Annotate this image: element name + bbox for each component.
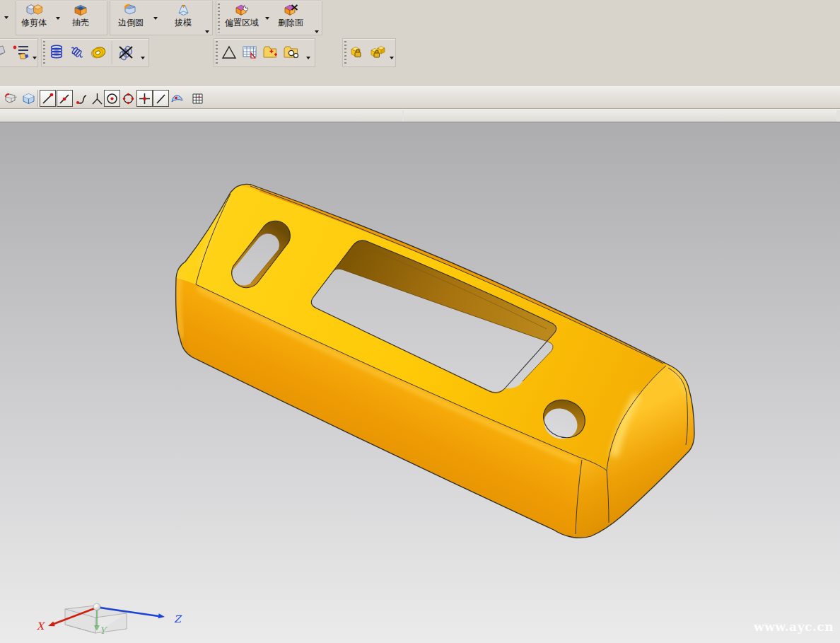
model-canvas: Y X Z bbox=[0, 122, 840, 643]
lock-boxes-button[interactable] bbox=[369, 44, 387, 61]
springs-dropdown[interactable] bbox=[141, 57, 145, 59]
draft-icon bbox=[175, 2, 192, 17]
clipped-tool-button[interactable] bbox=[0, 44, 10, 61]
selection-list-button[interactable] bbox=[12, 44, 30, 61]
table-tool-button[interactable] bbox=[241, 44, 258, 61]
shell-button[interactable]: 抽壳 bbox=[65, 2, 96, 28]
point-on-curve-snap-button[interactable] bbox=[153, 90, 169, 107]
trim-body-button[interactable]: 修剪体 bbox=[18, 2, 49, 28]
offset-region-button[interactable]: 偏置区域 bbox=[222, 2, 262, 28]
graphics-viewport[interactable]: Y X Z www.ayc.cn bbox=[0, 122, 840, 643]
delete-helix-button[interactable] bbox=[116, 44, 136, 61]
curve-point-snap-icon bbox=[75, 92, 88, 105]
extension-spring-button[interactable] bbox=[69, 44, 86, 61]
triangle-icon bbox=[221, 44, 238, 61]
edge-blend-label: 边倒圆 bbox=[118, 18, 144, 28]
toolbar-grip[interactable] bbox=[216, 41, 218, 64]
endpoint-snap-icon bbox=[41, 92, 54, 105]
coil-spring-icon bbox=[48, 44, 65, 61]
pole-snap-icon bbox=[91, 92, 104, 105]
draft-label: 拔模 bbox=[175, 18, 192, 28]
toolbar-grip[interactable] bbox=[344, 41, 346, 64]
shell-label: 抽壳 bbox=[72, 18, 89, 28]
pole-snap-button[interactable] bbox=[89, 90, 105, 107]
midpoint-snap-button[interactable] bbox=[57, 90, 73, 107]
washer-spring-button[interactable] bbox=[90, 44, 108, 61]
coil-spring-button[interactable] bbox=[48, 44, 65, 61]
grid-snap-icon bbox=[191, 92, 204, 105]
folder-new-features-icon bbox=[262, 44, 280, 61]
solid-cube-snap-icon bbox=[21, 91, 36, 105]
analysis-dropdown[interactable] bbox=[306, 57, 310, 59]
folder-circles-icon bbox=[282, 44, 302, 61]
locked-boxes-icon bbox=[369, 44, 387, 61]
selection-list-hand-icon bbox=[12, 44, 30, 61]
lock-box-button[interactable] bbox=[349, 44, 366, 61]
triad-x-label: X bbox=[37, 620, 45, 632]
triad-z-label: Z bbox=[174, 613, 182, 625]
existing-point-snap-button[interactable] bbox=[136, 90, 153, 107]
solid-cube-snap-button[interactable] bbox=[21, 90, 37, 107]
tools-left-dropdown[interactable] bbox=[33, 57, 37, 59]
feature-toolbar-row: 修剪体 抽壳 边倒圆 bbox=[0, 0, 840, 37]
point-on-face-snap-icon bbox=[170, 91, 185, 105]
circle-center-snap-button[interactable] bbox=[104, 90, 120, 107]
nx-application-window: 修剪体 抽壳 边倒圆 bbox=[0, 0, 840, 643]
edge-blend-icon bbox=[122, 2, 140, 17]
grid-snap-button[interactable] bbox=[189, 90, 206, 107]
watermark: www.ayc.cn bbox=[754, 620, 834, 634]
status-prompt-cell bbox=[0, 110, 402, 122]
locked-box-icon bbox=[349, 44, 366, 61]
edge-blend-button[interactable]: 边倒圆 bbox=[113, 2, 148, 28]
endpoint-snap-button[interactable] bbox=[40, 90, 56, 107]
draft-button[interactable]: 拔模 bbox=[168, 2, 198, 28]
delete-helix-icon bbox=[116, 44, 136, 61]
status-message-cell bbox=[404, 110, 836, 122]
delete-face-label: 删除面 bbox=[278, 18, 303, 28]
offset-region-dropdown[interactable] bbox=[265, 17, 269, 20]
part-body[interactable] bbox=[176, 184, 694, 538]
trim-body-label: 修剪体 bbox=[21, 18, 47, 28]
curve-point-snap-button[interactable] bbox=[74, 90, 90, 107]
orientation-triad[interactable]: Y X Z bbox=[37, 603, 182, 636]
locks-dropdown[interactable] bbox=[390, 57, 394, 59]
quadrant-snap-icon bbox=[122, 92, 135, 105]
folder-new-button[interactable] bbox=[262, 44, 280, 61]
delete-face-button[interactable]: 删除面 bbox=[273, 2, 308, 28]
washer-spring-icon bbox=[90, 44, 108, 61]
toolbar-grip[interactable] bbox=[218, 4, 220, 33]
delete-face-icon bbox=[281, 2, 301, 17]
solid-end-snap-icon bbox=[4, 91, 18, 105]
group2-overflow-chevron[interactable] bbox=[205, 30, 209, 33]
extension-spring-icon bbox=[69, 44, 86, 61]
toolbar-separator bbox=[37, 90, 39, 107]
trim-body-icon bbox=[25, 2, 44, 17]
existing-point-snap-icon bbox=[138, 92, 151, 105]
group3-overflow-chevron[interactable] bbox=[315, 30, 319, 33]
offset-region-icon bbox=[233, 2, 252, 17]
quadrant-snap-button[interactable] bbox=[120, 90, 136, 107]
point-on-face-snap-button[interactable] bbox=[169, 90, 185, 107]
offset-region-label: 偏置区域 bbox=[225, 18, 259, 28]
chevron-down-icon[interactable] bbox=[4, 16, 8, 19]
point-on-curve-snap-icon bbox=[154, 92, 168, 105]
toolbar-separator bbox=[112, 41, 113, 64]
status-bar bbox=[0, 109, 840, 122]
tools-toolbar-row bbox=[0, 37, 840, 69]
solid-end-snap-button[interactable] bbox=[3, 90, 19, 107]
clipped-tool-icon bbox=[0, 44, 10, 61]
trim-body-dropdown[interactable] bbox=[56, 17, 60, 20]
triangle-tool-button[interactable] bbox=[221, 44, 238, 61]
folder-circles-button[interactable] bbox=[282, 44, 302, 61]
edge-blend-dropdown[interactable] bbox=[153, 17, 158, 20]
midpoint-snap-icon bbox=[58, 92, 71, 105]
table-red-triangle-icon bbox=[241, 44, 258, 61]
toolbar-grip[interactable] bbox=[43, 41, 45, 64]
circle-center-snap-icon bbox=[105, 92, 119, 105]
shell-icon bbox=[72, 2, 90, 17]
